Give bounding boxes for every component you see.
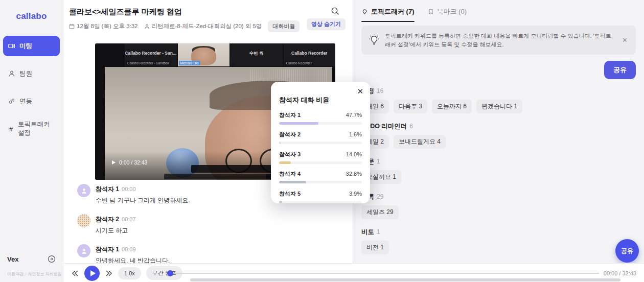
search-icon[interactable] bbox=[331, 7, 339, 15]
utterance-time[interactable]: 00:09 bbox=[122, 246, 136, 252]
participant-ratio-row: 참석자 314.0% bbox=[279, 151, 362, 164]
keyword-section: 일정16 내일 6 다음주 3 오늘까지 6 뵙겠습니다 1 bbox=[361, 86, 636, 113]
person-icon bbox=[8, 70, 15, 77]
tip-banner: 토픽트래커 키워드를 등록하면 중요한 대화 내용을 빠르게 모니터링할 수 있… bbox=[361, 26, 636, 55]
keyword-chip[interactable]: 오늘까지 6 bbox=[432, 100, 472, 113]
link-icon bbox=[8, 98, 15, 105]
workspace-name: Vex bbox=[7, 255, 18, 263]
tile-name-label bbox=[232, 64, 235, 65]
play-icon[interactable] bbox=[112, 160, 116, 165]
keyword-section: 기록29 세일즈 29 bbox=[361, 192, 636, 219]
speaker-avatar bbox=[77, 244, 90, 257]
app-window: callabo 미팅 팀원 연동 # bbox=[0, 0, 644, 282]
share-button[interactable]: 공유 bbox=[604, 61, 636, 79]
speaker-name: 참석자 1 bbox=[96, 246, 119, 253]
keyword-section: 질문1 오실까요 1 bbox=[361, 156, 636, 184]
sidebar-item-label: 토픽트래커 설정 bbox=[18, 120, 55, 137]
video-tile: Callabo Recorder Callabo Recorder bbox=[284, 43, 336, 66]
tile-name-label: Callabo Recorder bbox=[285, 61, 314, 65]
ratio-bar-fill bbox=[279, 142, 281, 144]
horizontal-scrollbar[interactable] bbox=[190, 278, 620, 281]
play-button[interactable] bbox=[84, 266, 100, 281]
terms-link[interactable]: 이용약관 bbox=[7, 272, 24, 276]
sidebar-item-label: 미팅 bbox=[19, 42, 32, 51]
expand-arrow-icon[interactable] bbox=[48, 255, 56, 263]
attendee-icon bbox=[144, 24, 150, 29]
participant-tiles: Callabo Recorder - San... Callabo Record… bbox=[125, 43, 335, 66]
floating-share-button[interactable]: 공유 bbox=[615, 239, 639, 263]
modal-title: 참석자 대화 비율 bbox=[279, 96, 362, 105]
ratio-bar-track bbox=[279, 161, 362, 164]
participant-ratio-row: 참석자 53.9% bbox=[279, 190, 362, 203]
lightbulb-tip-icon bbox=[369, 34, 380, 46]
sidebar-footer: Vex 이용약관/개인정보 처리방침 bbox=[0, 255, 63, 282]
calendar-icon bbox=[69, 24, 75, 29]
sidebar: callabo 미팅 팀원 연동 # bbox=[0, 0, 63, 282]
keyword-chip[interactable]: 다음주 3 bbox=[394, 100, 427, 113]
sidebar-item-meetings[interactable]: 미팅 bbox=[3, 36, 60, 56]
speaker-name: 참석자 1 bbox=[96, 185, 119, 193]
hash-icon: # bbox=[8, 125, 14, 133]
sidebar-item-team[interactable]: 팀원 bbox=[3, 63, 60, 84]
speaker-avatar bbox=[77, 184, 90, 197]
tile-name-label: Michael Cho bbox=[179, 61, 200, 65]
keyword-sections: 일정16 내일 6 다음주 3 오늘까지 6 뵙겠습니다 1 TODO 리마인더… bbox=[361, 86, 636, 263]
ratio-bar-fill bbox=[279, 122, 318, 125]
keyword-chip[interactable]: 뵙겠습니다 1 bbox=[476, 100, 522, 113]
transcript-item[interactable]: 참석자 200:07 시기도 하고 bbox=[77, 214, 348, 235]
sidebar-item-topic-tracker-settings[interactable]: # 토픽트래커 설정 bbox=[3, 119, 60, 139]
meeting-attendees: 리턴제로-8-제드-Zed-대회의실 (20) 외 5명 bbox=[144, 22, 262, 30]
ratio-bar-track bbox=[279, 122, 362, 125]
ratio-bar-track bbox=[279, 181, 362, 183]
utterance-time[interactable]: 00:07 bbox=[122, 216, 136, 222]
ratio-bar-track bbox=[279, 142, 362, 144]
video-timestamp: 0:00 / 32:43 bbox=[112, 159, 147, 166]
keyword-chip[interactable]: 세일즈 29 bbox=[361, 205, 399, 219]
keyword-chip[interactable]: 버전 1 bbox=[361, 241, 389, 254]
ratio-bar-fill bbox=[279, 161, 291, 164]
seek-track[interactable] bbox=[173, 273, 599, 274]
skip-back-icon[interactable] bbox=[71, 269, 79, 277]
meeting-datetime: 12월 8일 (목) 오후 3:32 bbox=[69, 22, 138, 30]
transcript-item[interactable]: 참석자 100:09 안녕하세요. 네 반갑습니다. bbox=[77, 244, 348, 265]
keyword-chip[interactable]: 보내드릴게요 4 bbox=[394, 135, 446, 149]
sidebar-item-label: 연동 bbox=[19, 97, 32, 106]
video-tile: 수빈 씩 bbox=[231, 43, 283, 66]
participant-ratio-row: 참석자 147.7% bbox=[279, 111, 362, 125]
ratio-bar-track bbox=[279, 201, 362, 203]
ratio-bar-fill bbox=[279, 201, 282, 203]
modal-close-icon[interactable]: ✕ bbox=[357, 87, 363, 96]
sidebar-item-label: 팀원 bbox=[19, 69, 32, 78]
topic-tracker-panel: 토픽트래커 (7) 북마크 (0) 토픽트래커 키워드를 등록하면 중요한 대화… bbox=[353, 0, 644, 263]
bookmark-icon bbox=[428, 9, 434, 15]
keyword-section: TODO 리마인더6 메일 2 보내드릴게요 4 bbox=[361, 121, 636, 149]
speaker-avatar bbox=[77, 214, 90, 227]
conversation-ratio-chip[interactable]: 대화비율 bbox=[268, 20, 300, 32]
utterance-text: 시기도 하고 bbox=[96, 226, 136, 235]
callabo-logo: callabo bbox=[0, 0, 63, 21]
meeting-meta: 12월 8일 (목) 오후 3:32 리턴제로-8-제드-Zed-대회의실 (2… bbox=[69, 20, 300, 32]
sidebar-item-integrations[interactable]: 연동 bbox=[3, 91, 60, 111]
privacy-link[interactable]: 개인정보 처리방침 bbox=[28, 272, 61, 276]
utterance-text: 수빈 님 거구나 그러게 안녕하세요. bbox=[96, 196, 190, 205]
utterance-time[interactable]: 00:00 bbox=[122, 186, 136, 192]
seek-handle[interactable] bbox=[167, 270, 173, 276]
playback-speed-button[interactable]: 1.0x bbox=[118, 267, 141, 279]
participant-ratio-row: 참석자 432.8% bbox=[279, 170, 362, 183]
panel-tabs: 토픽트래커 (7) 북마크 (0) bbox=[361, 7, 636, 22]
page-title: 콜라보<>세일즈클루 마케팅 협업 bbox=[69, 7, 182, 17]
lightbulb-icon bbox=[361, 9, 368, 15]
speaker-name: 참석자 2 bbox=[96, 216, 119, 223]
skip-forward-icon[interactable] bbox=[105, 269, 113, 277]
tip-text: 토픽트래커 키워드를 등록하면 중요한 대화 내용을 빠르게 모니터링할 수 있… bbox=[385, 32, 616, 49]
talk-ratio-modal: ✕ 참석자 대화 비율 참석자 147.7% 참석자 21.6% 참석자 314… bbox=[271, 82, 370, 203]
tab-bookmarks[interactable]: 북마크 (0) bbox=[428, 7, 467, 22]
caption-overlay bbox=[191, 165, 275, 173]
tab-topic-tracker[interactable]: 토픽트래커 (7) bbox=[361, 7, 415, 22]
hide-video-button[interactable]: 영상 숨기기 bbox=[307, 18, 346, 30]
keyword-section: 비토1 버전 1 bbox=[361, 227, 636, 254]
banner-close-icon[interactable]: ✕ bbox=[621, 36, 629, 44]
tile-name-label: Callabo Recorder - Sandbox bbox=[126, 61, 171, 65]
sidebar-menu: 미팅 팀원 연동 # 토픽트래커 설정 bbox=[0, 36, 63, 139]
playback-time: 00:00 / 32:43 bbox=[604, 270, 636, 276]
